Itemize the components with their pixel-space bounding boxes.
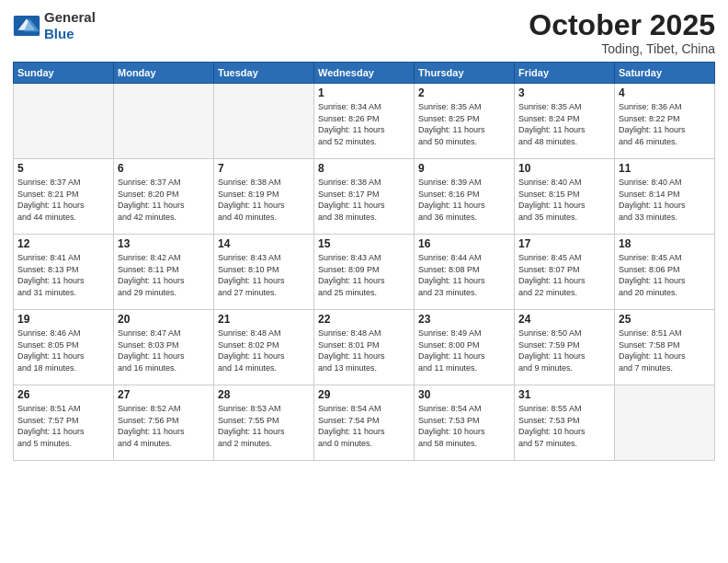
day-number: 1 bbox=[318, 86, 410, 99]
day-info: Sunrise: 8:48 AM Sunset: 8:01 PM Dayligh… bbox=[318, 327, 410, 373]
calendar-location: Toding, Tibet, China bbox=[529, 41, 715, 56]
day-number: 27 bbox=[118, 388, 210, 401]
day-number: 28 bbox=[218, 388, 310, 401]
calendar-day-cell: 2Sunrise: 8:35 AM Sunset: 8:25 PM Daylig… bbox=[415, 84, 515, 159]
day-number: 31 bbox=[518, 388, 610, 401]
day-number: 10 bbox=[518, 162, 610, 175]
day-info: Sunrise: 8:35 AM Sunset: 8:24 PM Dayligh… bbox=[518, 101, 610, 147]
col-friday: Friday bbox=[515, 63, 615, 84]
calendar-day-cell: 3Sunrise: 8:35 AM Sunset: 8:24 PM Daylig… bbox=[515, 84, 615, 159]
day-info: Sunrise: 8:34 AM Sunset: 8:26 PM Dayligh… bbox=[318, 101, 410, 147]
day-number: 2 bbox=[418, 86, 510, 99]
day-info: Sunrise: 8:44 AM Sunset: 8:08 PM Dayligh… bbox=[418, 252, 510, 298]
day-number: 24 bbox=[518, 313, 610, 326]
day-number: 16 bbox=[418, 237, 510, 250]
day-info: Sunrise: 8:38 AM Sunset: 8:17 PM Dayligh… bbox=[318, 177, 410, 223]
calendar-week-row: 1Sunrise: 8:34 AM Sunset: 8:26 PM Daylig… bbox=[14, 84, 715, 159]
calendar-day-cell: 17Sunrise: 8:45 AM Sunset: 8:07 PM Dayli… bbox=[515, 235, 615, 310]
calendar-day-cell: 19Sunrise: 8:46 AM Sunset: 8:05 PM Dayli… bbox=[14, 310, 114, 385]
calendar-day-cell: 21Sunrise: 8:48 AM Sunset: 8:02 PM Dayli… bbox=[214, 310, 314, 385]
col-sunday: Sunday bbox=[14, 63, 114, 84]
day-info: Sunrise: 8:39 AM Sunset: 8:16 PM Dayligh… bbox=[418, 177, 510, 223]
day-number: 4 bbox=[619, 86, 711, 99]
day-number: 23 bbox=[418, 313, 510, 326]
title-block: October 2025 Toding, Tibet, China bbox=[529, 9, 715, 56]
day-info: Sunrise: 8:50 AM Sunset: 7:59 PM Dayligh… bbox=[518, 327, 610, 373]
day-number: 17 bbox=[518, 237, 610, 250]
day-info: Sunrise: 8:43 AM Sunset: 8:10 PM Dayligh… bbox=[218, 252, 310, 298]
calendar-day-cell bbox=[114, 84, 214, 159]
day-number: 9 bbox=[418, 162, 510, 175]
day-number: 5 bbox=[17, 162, 109, 175]
calendar-table: Sunday Monday Tuesday Wednesday Thursday… bbox=[13, 62, 715, 461]
day-info: Sunrise: 8:41 AM Sunset: 8:13 PM Dayligh… bbox=[17, 252, 109, 298]
calendar-day-cell: 25Sunrise: 8:51 AM Sunset: 7:58 PM Dayli… bbox=[615, 310, 715, 385]
day-info: Sunrise: 8:38 AM Sunset: 8:19 PM Dayligh… bbox=[218, 177, 310, 223]
day-number: 18 bbox=[619, 237, 711, 250]
day-info: Sunrise: 8:45 AM Sunset: 8:06 PM Dayligh… bbox=[619, 252, 711, 298]
calendar-day-cell: 27Sunrise: 8:52 AM Sunset: 7:56 PM Dayli… bbox=[114, 385, 214, 461]
calendar-day-cell: 14Sunrise: 8:43 AM Sunset: 8:10 PM Dayli… bbox=[214, 235, 314, 310]
day-number: 13 bbox=[118, 237, 210, 250]
day-info: Sunrise: 8:40 AM Sunset: 8:15 PM Dayligh… bbox=[518, 177, 610, 223]
day-number: 14 bbox=[218, 237, 310, 250]
day-info: Sunrise: 8:46 AM Sunset: 8:05 PM Dayligh… bbox=[17, 327, 109, 373]
col-thursday: Thursday bbox=[415, 63, 515, 84]
calendar-day-cell: 15Sunrise: 8:43 AM Sunset: 8:09 PM Dayli… bbox=[314, 235, 415, 310]
day-number: 29 bbox=[318, 388, 410, 401]
calendar-day-cell: 7Sunrise: 8:38 AM Sunset: 8:19 PM Daylig… bbox=[214, 159, 314, 235]
day-info: Sunrise: 8:35 AM Sunset: 8:25 PM Dayligh… bbox=[418, 101, 510, 147]
col-tuesday: Tuesday bbox=[214, 63, 314, 84]
day-number: 30 bbox=[418, 388, 510, 401]
col-saturday: Saturday bbox=[615, 63, 715, 84]
calendar-day-cell: 29Sunrise: 8:54 AM Sunset: 7:54 PM Dayli… bbox=[314, 385, 415, 461]
calendar-day-cell: 24Sunrise: 8:50 AM Sunset: 7:59 PM Dayli… bbox=[515, 310, 615, 385]
day-number: 3 bbox=[518, 86, 610, 99]
day-number: 7 bbox=[218, 162, 310, 175]
day-info: Sunrise: 8:37 AM Sunset: 8:21 PM Dayligh… bbox=[17, 177, 109, 223]
day-info: Sunrise: 8:37 AM Sunset: 8:20 PM Dayligh… bbox=[118, 177, 210, 223]
calendar-day-cell: 28Sunrise: 8:53 AM Sunset: 7:55 PM Dayli… bbox=[214, 385, 314, 461]
day-number: 20 bbox=[118, 313, 210, 326]
calendar-day-cell: 31Sunrise: 8:55 AM Sunset: 7:53 PM Dayli… bbox=[515, 385, 615, 461]
day-info: Sunrise: 8:36 AM Sunset: 8:22 PM Dayligh… bbox=[619, 101, 711, 147]
calendar-day-cell: 16Sunrise: 8:44 AM Sunset: 8:08 PM Dayli… bbox=[415, 235, 515, 310]
calendar-day-cell: 8Sunrise: 8:38 AM Sunset: 8:17 PM Daylig… bbox=[314, 159, 415, 235]
col-wednesday: Wednesday bbox=[314, 63, 415, 84]
day-number: 12 bbox=[17, 237, 109, 250]
day-number: 11 bbox=[619, 162, 711, 175]
day-number: 19 bbox=[17, 313, 109, 326]
day-number: 15 bbox=[318, 237, 410, 250]
day-info: Sunrise: 8:51 AM Sunset: 7:57 PM Dayligh… bbox=[17, 403, 109, 449]
calendar-day-cell: 26Sunrise: 8:51 AM Sunset: 7:57 PM Dayli… bbox=[14, 385, 114, 461]
calendar-day-cell bbox=[615, 385, 715, 461]
day-info: Sunrise: 8:55 AM Sunset: 7:53 PM Dayligh… bbox=[518, 403, 610, 449]
calendar-day-cell: 6Sunrise: 8:37 AM Sunset: 8:20 PM Daylig… bbox=[114, 159, 214, 235]
logo-text: General Blue bbox=[44, 9, 96, 42]
calendar-day-cell: 13Sunrise: 8:42 AM Sunset: 8:11 PM Dayli… bbox=[114, 235, 214, 310]
logo: General Blue bbox=[13, 9, 96, 42]
calendar-header-row: Sunday Monday Tuesday Wednesday Thursday… bbox=[14, 63, 715, 84]
day-info: Sunrise: 8:47 AM Sunset: 8:03 PM Dayligh… bbox=[118, 327, 210, 373]
day-info: Sunrise: 8:49 AM Sunset: 8:00 PM Dayligh… bbox=[418, 327, 510, 373]
day-info: Sunrise: 8:54 AM Sunset: 7:53 PM Dayligh… bbox=[418, 403, 510, 449]
day-number: 26 bbox=[17, 388, 109, 401]
calendar-week-row: 5Sunrise: 8:37 AM Sunset: 8:21 PM Daylig… bbox=[14, 159, 715, 235]
calendar-week-row: 26Sunrise: 8:51 AM Sunset: 7:57 PM Dayli… bbox=[14, 385, 715, 461]
calendar-title: October 2025 bbox=[529, 9, 715, 41]
calendar-day-cell: 10Sunrise: 8:40 AM Sunset: 8:15 PM Dayli… bbox=[515, 159, 615, 235]
calendar-day-cell: 20Sunrise: 8:47 AM Sunset: 8:03 PM Dayli… bbox=[114, 310, 214, 385]
calendar-day-cell bbox=[14, 84, 114, 159]
calendar-day-cell: 1Sunrise: 8:34 AM Sunset: 8:26 PM Daylig… bbox=[314, 84, 415, 159]
calendar-day-cell: 11Sunrise: 8:40 AM Sunset: 8:14 PM Dayli… bbox=[615, 159, 715, 235]
day-info: Sunrise: 8:43 AM Sunset: 8:09 PM Dayligh… bbox=[318, 252, 410, 298]
day-number: 21 bbox=[218, 313, 310, 326]
day-info: Sunrise: 8:40 AM Sunset: 8:14 PM Dayligh… bbox=[619, 177, 711, 223]
day-number: 25 bbox=[619, 313, 711, 326]
day-info: Sunrise: 8:53 AM Sunset: 7:55 PM Dayligh… bbox=[218, 403, 310, 449]
logo-icon bbox=[13, 16, 40, 36]
calendar-day-cell bbox=[214, 84, 314, 159]
day-info: Sunrise: 8:51 AM Sunset: 7:58 PM Dayligh… bbox=[619, 327, 711, 373]
day-number: 22 bbox=[318, 313, 410, 326]
logo-general: General bbox=[44, 9, 96, 25]
